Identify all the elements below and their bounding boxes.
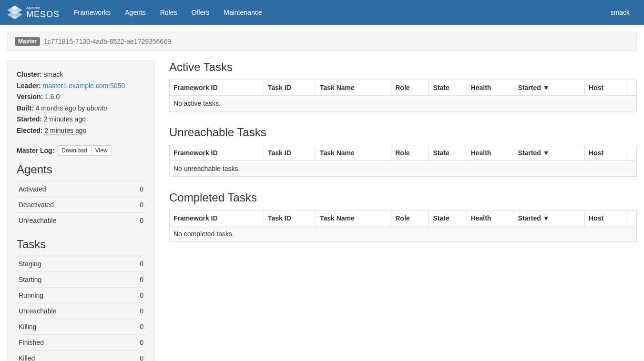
empty-message: No completed tasks. — [170, 226, 637, 242]
started-label: Started: — [17, 115, 42, 123]
col-role[interactable]: Role — [391, 145, 429, 161]
master-log-row: Master Log: Download View — [17, 145, 145, 156]
stat-label: Starting — [17, 271, 126, 287]
col-started[interactable]: Started ▼ — [514, 211, 584, 226]
section-heading: Unreachable Tasks — [169, 126, 637, 139]
nav-roles[interactable]: Roles — [153, 1, 184, 24]
col-task-name[interactable]: Task Name — [316, 211, 391, 226]
unreachable-tasks-section: Unreachable Tasks Framework ID Task ID T… — [169, 126, 637, 177]
table-row: Unreachable0 — [17, 303, 145, 319]
master-bar: Master 1c771815-7130-4adb-8522-ae1729356… — [7, 32, 637, 51]
brand-link[interactable]: Apache MESOS — [7, 5, 60, 20]
col-task-id[interactable]: Task ID — [264, 211, 316, 226]
stat-label: Killed — [17, 350, 126, 361]
col-started[interactable]: Started ▼ — [514, 145, 584, 161]
table-row: Deactivated0 — [17, 197, 145, 212]
stat-label: Unreachable — [17, 212, 126, 228]
view-button[interactable]: View — [92, 145, 112, 156]
empty-message: No active tasks. — [170, 96, 637, 111]
sidebar-info: Cluster: smack Leader: master1.example.c… — [17, 70, 145, 136]
elected-value: 2 minutes ago — [44, 127, 86, 135]
col-state[interactable]: State — [429, 80, 467, 96]
stat-label: Running — [17, 287, 126, 303]
built-user: ubuntu — [87, 104, 107, 112]
tasks-heading: Tasks — [17, 238, 145, 251]
built-by-word: by — [78, 104, 85, 112]
version-label: Version: — [17, 93, 43, 100]
active-tasks-table: Framework ID Task ID Task Name Role Stat… — [169, 80, 637, 111]
table-row: Killed0 — [17, 350, 145, 361]
cluster-value: smack — [44, 70, 63, 78]
completed-tasks-section: Completed Tasks Framework ID Task ID Tas… — [169, 191, 637, 242]
col-host[interactable]: Host — [585, 211, 627, 226]
stat-value: 0 — [126, 303, 145, 319]
nav-maintenance[interactable]: Maintenance — [216, 1, 269, 24]
col-health[interactable]: Health — [467, 211, 514, 226]
col-host[interactable]: Host — [585, 80, 627, 96]
master-id: 1c771815-7130-4adb-8522-ae1729356669 — [44, 38, 171, 45]
sidebar: Cluster: smack Leader: master1.example.c… — [7, 60, 155, 361]
stat-label: Staging — [17, 256, 126, 271]
tasks-table: Staging0 Starting0 Running0 Unreachable0… — [17, 256, 145, 361]
col-task-name[interactable]: Task Name — [316, 145, 391, 161]
col-framework-id[interactable]: Framework ID — [170, 145, 264, 161]
nav-offers[interactable]: Offers — [184, 1, 216, 24]
table-row: Unreachable0 — [17, 212, 145, 228]
nav-frameworks[interactable]: Frameworks — [67, 1, 118, 24]
col-role[interactable]: Role — [391, 80, 429, 96]
table-row: Activated0 — [17, 181, 145, 197]
col-started[interactable]: Started ▼ — [514, 80, 584, 96]
stat-value: 0 — [126, 287, 145, 303]
agents-heading: Agents — [17, 163, 145, 176]
stat-value: 0 — [126, 212, 145, 228]
col-health[interactable]: Health — [467, 145, 514, 161]
col-framework-id[interactable]: Framework ID — [170, 211, 264, 226]
col-task-name[interactable]: Task Name — [316, 80, 391, 96]
stat-label: Deactivated — [17, 197, 126, 212]
table-row: Killing0 — [17, 319, 145, 334]
col-role[interactable]: Role — [391, 211, 429, 226]
stat-label: Killing — [17, 319, 126, 334]
table-row: Finished0 — [17, 334, 145, 350]
unreachable-tasks-table: Framework ID Task ID Task Name Role Stat… — [169, 145, 637, 177]
active-tasks-section: Active Tasks Framework ID Task ID Task N… — [169, 60, 637, 111]
brand-name: MESOS — [26, 10, 60, 19]
table-row: Starting0 — [17, 271, 145, 287]
col-actions — [627, 80, 637, 96]
table-row: Staging0 — [17, 256, 145, 271]
col-actions — [627, 211, 637, 226]
stat-value: 0 — [126, 271, 145, 287]
empty-message: No unreachable tasks. — [170, 161, 637, 177]
cluster-label: Cluster: — [17, 70, 42, 78]
stat-value: 0 — [126, 319, 145, 334]
built-time: 4 months ago — [36, 104, 76, 112]
download-button[interactable]: Download — [57, 145, 91, 156]
main-content: Active Tasks Framework ID Task ID Task N… — [169, 60, 637, 361]
elected-label: Elected: — [17, 127, 42, 134]
col-framework-id[interactable]: Framework ID — [170, 80, 264, 96]
stat-label: Activated — [17, 181, 126, 197]
col-actions — [627, 145, 637, 161]
col-host[interactable]: Host — [585, 145, 627, 161]
leader-link[interactable]: master1.example.com:5050 — [42, 82, 125, 90]
nav-links: Frameworks Agents Roles Offers Maintenan… — [67, 1, 269, 24]
stat-value: 0 — [126, 334, 145, 350]
nav-cluster-name: smack — [603, 1, 637, 24]
col-task-id[interactable]: Task ID — [264, 80, 316, 96]
table-row: Running0 — [17, 287, 145, 303]
version-value: 1.6.0 — [45, 93, 60, 100]
nav-agents[interactable]: Agents — [118, 1, 153, 24]
col-task-id[interactable]: Task ID — [264, 145, 316, 161]
master-log-label: Master Log: — [17, 147, 54, 154]
section-heading: Active Tasks — [169, 60, 637, 74]
col-health[interactable]: Health — [467, 80, 514, 96]
stat-value: 0 — [126, 256, 145, 271]
stat-value: 0 — [126, 181, 145, 197]
col-state[interactable]: State — [429, 145, 467, 161]
stat-label: Finished — [17, 334, 126, 350]
stat-value: 0 — [126, 197, 145, 212]
built-label: Built: — [17, 104, 34, 112]
col-state[interactable]: State — [429, 211, 467, 226]
navbar: Apache MESOS Frameworks Agents Roles Off… — [0, 0, 644, 25]
completed-tasks-table: Framework ID Task ID Task Name Role Stat… — [169, 210, 637, 242]
